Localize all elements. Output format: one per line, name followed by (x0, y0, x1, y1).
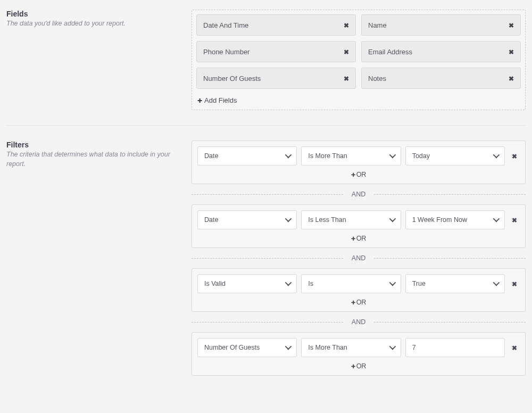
field-chip-label: Notes (368, 75, 386, 82)
filter-operator-select[interactable]: Is (301, 274, 401, 293)
filters-subtitle: The criteria that determines what data t… (6, 150, 181, 169)
plus-icon (351, 362, 356, 370)
or-label: OR (356, 171, 367, 178)
plus-icon (351, 235, 356, 242)
field-chip[interactable]: Name (361, 14, 521, 36)
remove-filter-button[interactable] (509, 343, 520, 352)
filter-operator-select[interactable]: Is More Than (301, 146, 401, 166)
filter-field-select[interactable]: Date (197, 210, 297, 229)
filter-group: Date Is More Than Today OR (192, 141, 526, 184)
chevron-down-icon (285, 280, 290, 287)
and-divider: AND (192, 191, 526, 198)
chevron-down-icon (493, 216, 498, 224)
remove-filter-button[interactable] (509, 151, 520, 161)
chevron-down-icon (493, 152, 498, 160)
close-icon[interactable] (509, 47, 514, 56)
filters-title: Filters (6, 141, 181, 149)
field-chip[interactable]: Notes (361, 68, 521, 89)
and-label: AND (343, 191, 374, 198)
filter-operator-select[interactable]: Is More Than (301, 338, 401, 357)
filter-operator-select[interactable]: Is Less Than (301, 210, 401, 229)
fields-header: Fields The data you'd like added to your… (6, 10, 181, 110)
filters-body: Date Is More Than Today OR AND (192, 141, 526, 376)
filter-value-value: Today (412, 152, 430, 160)
add-or-button[interactable]: OR (197, 357, 520, 372)
and-divider: AND (192, 318, 526, 326)
fields-subtitle: The data you'd like added to your report… (6, 19, 181, 29)
filter-field-select[interactable]: Number Of Guests (197, 338, 297, 357)
filter-field-select[interactable]: Date (197, 146, 297, 166)
filter-operator-value: Is More Than (308, 152, 347, 160)
field-chip[interactable]: Email Address (361, 41, 521, 62)
fields-body: Date And Time Name Phone Number Email Ad… (192, 10, 526, 110)
filter-operator-value: Is (308, 280, 313, 287)
filter-row: Is Valid Is True (197, 274, 520, 293)
and-divider: AND (192, 254, 526, 262)
filter-field-value: Is Valid (204, 280, 226, 287)
filter-value-input[interactable]: 7 (405, 338, 505, 357)
close-icon[interactable] (344, 47, 349, 56)
filter-value-select[interactable]: 1 Week From Now (405, 210, 505, 229)
filters-header: Filters The criteria that determines wha… (6, 141, 181, 376)
remove-filter-button[interactable] (509, 279, 520, 288)
close-icon[interactable] (509, 21, 514, 29)
filter-value-select[interactable]: True (405, 274, 505, 293)
add-or-button[interactable]: OR (197, 293, 520, 308)
chevron-down-icon (389, 280, 394, 287)
remove-filter-button[interactable] (509, 215, 520, 225)
chevron-down-icon (285, 344, 290, 351)
field-chip-label: Email Address (368, 48, 412, 56)
filter-field-select[interactable]: Is Valid (197, 274, 297, 293)
filter-value-value: True (412, 280, 426, 287)
filter-row: Date Is More Than Today (197, 146, 520, 166)
add-fields-label: Add Fields (204, 96, 237, 104)
or-label: OR (356, 362, 367, 370)
filter-value-select[interactable]: Today (405, 146, 505, 166)
chevron-down-icon (285, 152, 290, 160)
close-icon[interactable] (344, 74, 349, 82)
filter-value-value: 7 (412, 344, 416, 351)
add-or-button[interactable]: OR (197, 229, 520, 244)
plus-icon (351, 299, 356, 306)
filter-group: Date Is Less Than 1 Week From Now OR (192, 204, 526, 248)
field-chip-label: Name (368, 21, 387, 29)
chevron-down-icon (285, 216, 290, 224)
filter-row: Date Is Less Than 1 Week From Now (197, 210, 520, 229)
field-chip-label: Number Of Guests (203, 75, 261, 82)
or-label: OR (356, 299, 367, 306)
filter-row: Number Of Guests Is More Than 7 (197, 338, 520, 357)
close-icon[interactable] (344, 21, 349, 29)
add-or-button[interactable]: OR (197, 166, 520, 180)
or-label: OR (356, 235, 367, 242)
filter-operator-value: Is Less Than (308, 216, 346, 224)
add-fields-button[interactable]: Add Fields (196, 94, 238, 105)
field-chip[interactable]: Number Of Guests (196, 68, 356, 89)
filter-field-value: Date (204, 152, 218, 160)
filters-section: Filters The criteria that determines wha… (6, 125, 526, 389)
field-chip-label: Date And Time (203, 21, 248, 29)
fields-title: Fields (6, 10, 181, 18)
filter-group: Number Of Guests Is More Than 7 OR (192, 332, 526, 376)
field-chip-label: Phone Number (203, 48, 250, 56)
fields-grid: Date And Time Name Phone Number Email Ad… (196, 14, 521, 89)
filter-field-value: Number Of Guests (204, 344, 260, 351)
close-icon[interactable] (509, 74, 514, 82)
plus-icon (197, 96, 202, 104)
filter-operator-value: Is More Than (308, 344, 347, 351)
chevron-down-icon (493, 280, 498, 287)
and-label: AND (343, 318, 374, 326)
filter-value-value: 1 Week From Now (412, 216, 467, 224)
and-label: AND (343, 254, 374, 262)
chevron-down-icon (389, 344, 394, 351)
field-chip[interactable]: Date And Time (196, 14, 356, 36)
plus-icon (351, 171, 356, 178)
fields-box: Date And Time Name Phone Number Email Ad… (192, 10, 526, 110)
field-chip[interactable]: Phone Number (196, 41, 356, 62)
filter-field-value: Date (204, 216, 218, 224)
chevron-down-icon (389, 152, 394, 160)
filter-group: Is Valid Is True OR (192, 268, 526, 312)
chevron-down-icon (389, 216, 394, 224)
fields-section: Fields The data you'd like added to your… (6, 10, 526, 123)
